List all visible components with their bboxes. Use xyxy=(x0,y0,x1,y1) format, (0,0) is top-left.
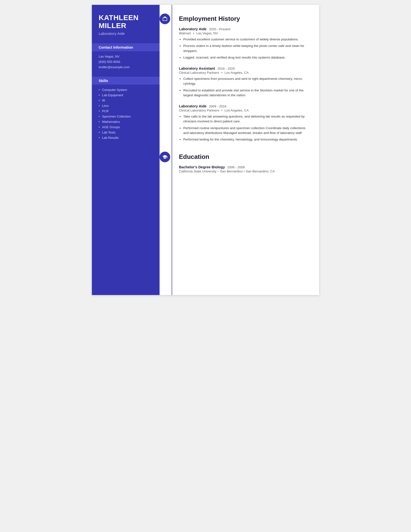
job-header: Laboratory Aide2020 - Present xyxy=(179,27,309,31)
employment-title: Employment History xyxy=(179,14,309,22)
employment-section: Employment History Laboratory Aide2020 -… xyxy=(179,14,309,142)
job-title: Laboratory Aide xyxy=(179,27,206,31)
bullet-item: Performed testing for the chemistry, hem… xyxy=(183,137,309,142)
skill-item: Lims xyxy=(99,104,153,108)
job-dates: 2016 - 2020 xyxy=(217,67,235,70)
job-bullets: Take calls to the lab answering question… xyxy=(179,114,309,142)
contact-phone: (630) 555-4540 xyxy=(99,60,153,64)
skill-item: AGE Groups xyxy=(99,125,153,129)
briefcase-icon xyxy=(162,16,168,21)
job-item: Laboratory Aide2020 - PresentWalmart • L… xyxy=(179,27,309,60)
education-title: Education xyxy=(179,152,309,161)
edu-item: Bachelor's Degree Biology2006 - 2009Cali… xyxy=(179,165,309,173)
job-header: Laboratory Aide2009 - 2016 xyxy=(179,104,309,108)
job-dates: 2020 - Present xyxy=(209,27,230,31)
edu-school: California State University – San Bernar… xyxy=(179,170,309,173)
bullet-item: Process orders in a timely fashion while… xyxy=(183,44,309,53)
skill-item: PCR xyxy=(99,109,153,113)
skill-item: Lab Tests xyxy=(99,131,153,134)
skill-item: Lab Results xyxy=(99,136,153,140)
graduation-icon xyxy=(162,154,168,160)
skill-item: Specimen Collection xyxy=(99,115,153,118)
job-bullets: Provided excellent customer service to c… xyxy=(179,37,309,60)
contact-location: Las Vegas, NV xyxy=(99,55,153,58)
jobs-container: Laboratory Aide2020 - PresentWalmart • L… xyxy=(179,27,309,142)
employment-icon xyxy=(159,14,170,24)
bullet-item: Logged, scanned, and verified drug test … xyxy=(183,55,309,60)
contact-info: Las Vegas, NV (630) 555-4540 kmiller@exa… xyxy=(99,55,153,69)
edu-degree: Bachelor's Degree Biology xyxy=(179,165,225,169)
job-company: Walmart • Las Vegas, NV xyxy=(179,31,309,35)
job-company: Clinical Laboratory Partners • Los Angel… xyxy=(179,109,309,112)
edu-container: Bachelor's Degree Biology2006 - 2009Cali… xyxy=(179,165,309,173)
job-title: Laboratory Assistant xyxy=(179,66,215,70)
bullet-item: Collect specimens from processors and se… xyxy=(183,76,309,86)
job-dates: 2009 - 2016 xyxy=(209,104,226,108)
timeline-line xyxy=(172,5,172,295)
skills-section: Computer SystemLab EquipmentIRLimsPCRSpe… xyxy=(99,88,153,140)
job-item: Laboratory Aide2009 - 2016Clinical Labor… xyxy=(179,104,309,142)
bullet-item: Recruited to establish and provide stat … xyxy=(183,88,309,98)
resume-container: KATHLEEN MILLER Laboratory Aide Contact … xyxy=(92,5,319,295)
edu-dates: 2006 - 2009 xyxy=(227,165,245,169)
skills-header: Skills xyxy=(92,77,159,85)
education-icon xyxy=(159,152,170,162)
candidate-title: Laboratory Aide xyxy=(99,31,153,36)
skills-list: Computer SystemLab EquipmentIRLimsPCRSpe… xyxy=(99,88,153,140)
sidebar: KATHLEEN MILLER Laboratory Aide Contact … xyxy=(92,5,159,295)
skill-item: IR xyxy=(99,99,153,102)
contact-email: kmiller@example.com xyxy=(99,65,153,69)
skill-item: Lab Equipment xyxy=(99,93,153,97)
job-item: Laboratory Assistant2016 - 2020Clinical … xyxy=(179,66,309,98)
job-title: Laboratory Aide xyxy=(179,104,206,108)
skill-item: Mathematics xyxy=(99,120,153,124)
job-header: Laboratory Assistant2016 - 2020 xyxy=(179,66,309,70)
bullet-item: Performed routine venipuntures and speci… xyxy=(183,126,309,136)
skill-item: Computer System xyxy=(99,88,153,92)
main-content: Employment History Laboratory Aide2020 -… xyxy=(159,5,319,295)
bullet-item: Provided excellent customer service to c… xyxy=(183,37,309,42)
candidate-name: KATHLEEN MILLER xyxy=(99,14,153,29)
job-bullets: Collect specimens from processors and se… xyxy=(179,76,309,98)
contact-info-header: Contact Information xyxy=(92,43,159,51)
bullet-item: Take calls to the lab answering question… xyxy=(183,114,309,124)
edu-header: Bachelor's Degree Biology2006 - 2009 xyxy=(179,165,309,169)
job-company: Clinical Laboratory Partners • Los Angel… xyxy=(179,71,309,75)
education-section: Education Bachelor's Degree Biology2006 … xyxy=(179,152,309,173)
